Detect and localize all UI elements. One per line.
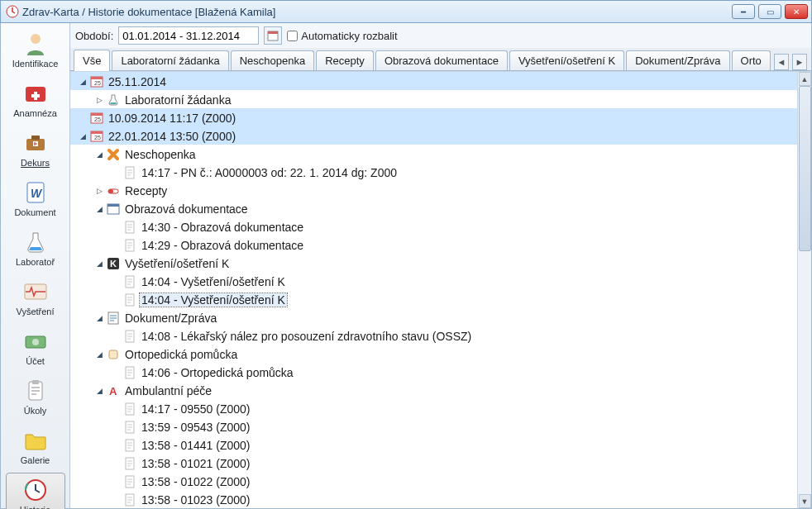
doc-icon xyxy=(123,475,136,488)
tree-row[interactable]: ◢Neschopenka xyxy=(70,145,797,163)
expander-none xyxy=(110,421,122,433)
tabs-scroll-left[interactable]: ◄ xyxy=(774,54,789,70)
expander-none xyxy=(110,276,122,288)
sidebar-item-dekurs[interactable]: Dekurs xyxy=(6,126,65,174)
doc-icon xyxy=(123,293,136,307)
tree-row[interactable]: ◢Dokument/Zpráva xyxy=(70,308,797,326)
svg-rect-20 xyxy=(91,113,103,116)
doc-icon xyxy=(123,221,136,234)
sidebar-item-laborator[interactable]: Laboratoř xyxy=(6,225,65,273)
briefcase-icon xyxy=(22,130,49,156)
tree-row[interactable]: 14:29 - Obrazová dokumentace xyxy=(70,235,797,254)
tree-row-label: 14:04 - Vyšetření/ošetření K xyxy=(140,275,287,288)
tree-row[interactable]: 13:58 - 01441 (Z000) xyxy=(70,435,797,454)
expander-none xyxy=(110,440,122,451)
tree-row[interactable]: 14:30 - Obrazová dokumentace xyxy=(70,217,797,235)
expander-open-icon[interactable]: ◢ xyxy=(93,349,105,360)
word-doc-icon: W xyxy=(22,179,49,206)
tree-row[interactable]: ◢2525.11.2014 xyxy=(70,72,797,90)
tree-row[interactable]: ◢2522.01.2014 13:50 (Z000) xyxy=(70,126,797,145)
tree-row[interactable]: ◢Obrazová dokumentace xyxy=(70,199,797,217)
tab-label: Dokument/Zpráva xyxy=(635,55,720,67)
svg-rect-27 xyxy=(108,189,113,193)
tab-obrazova[interactable]: Obrazová dokumentace xyxy=(375,50,508,70)
scroll-thumb[interactable] xyxy=(799,86,811,251)
close-button[interactable]: ✕ xyxy=(785,4,808,19)
tree-row-label: 22.01.2014 13:50 (Z000) xyxy=(107,130,237,143)
expander-open-icon[interactable]: ◢ xyxy=(93,149,105,160)
sidebar-item-ukoly[interactable]: Úkoly xyxy=(6,373,65,421)
sidebar-item-vysetreni[interactable]: Vyšetření xyxy=(6,274,65,322)
sidebar-item-label: Dekurs xyxy=(21,158,50,168)
tree-row-label: Neschopenka xyxy=(123,148,198,161)
tree-row[interactable]: ◢Ortopedická pomůcka xyxy=(70,345,797,363)
tab-vysetreni-k[interactable]: Vyšetření/ošetření K xyxy=(509,50,624,70)
calendar-button[interactable] xyxy=(264,26,282,45)
tree-row[interactable]: 14:04 - Vyšetření/ošetření K xyxy=(70,290,797,308)
tree-row-label: 14:06 - Ortopedická pomůcka xyxy=(140,366,295,379)
sidebar-item-label: Historie xyxy=(20,505,50,509)
tree-row-label: 13:58 - 01441 (Z000) xyxy=(140,439,252,452)
expander-none xyxy=(110,458,122,469)
auto-expand-checkbox[interactable]: Automaticky rozbalit xyxy=(287,30,397,42)
sidebar-item-anamneza[interactable]: Anamnéza xyxy=(6,76,65,124)
expander-open-icon[interactable]: ◢ xyxy=(93,312,105,324)
a-red-icon: A xyxy=(107,384,120,397)
tree-row[interactable]: 14:17 - PN č.: A0000003 od: 22. 1. 2014 … xyxy=(70,163,797,181)
tree-row[interactable]: 2510.09.2014 11:17 (Z000) xyxy=(70,108,797,126)
svg-rect-12 xyxy=(32,380,39,384)
tree-row[interactable]: 13:58 - 01021 (Z000) xyxy=(70,454,797,472)
sidebar-item-galerie[interactable]: Galerie xyxy=(6,423,65,471)
tree-row[interactable]: 14:06 - Ortopedická pomůcka xyxy=(70,363,797,381)
sidebar-item-ucet[interactable]: Účet xyxy=(6,324,65,372)
expander-open-icon[interactable]: ◢ xyxy=(77,131,88,142)
minimize-button[interactable]: ━ xyxy=(732,4,755,19)
tree-row-label: 14:30 - Obrazová dokumentace xyxy=(140,221,305,234)
svg-rect-4 xyxy=(31,136,40,140)
folder-icon xyxy=(22,427,49,454)
sidebar-item-historie[interactable]: Historie xyxy=(6,473,65,509)
expander-open-icon[interactable]: ◢ xyxy=(93,258,105,269)
tab-lab-zadanka[interactable]: Laboratorní žádanka xyxy=(112,50,228,70)
scroll-track[interactable] xyxy=(799,86,811,494)
expander-closed-icon[interactable]: ▷ xyxy=(93,94,105,106)
expander-open-icon[interactable]: ◢ xyxy=(93,385,105,397)
tab-vse[interactable]: Vše xyxy=(74,50,110,71)
tab-recepty[interactable]: Recepty xyxy=(316,50,374,70)
sidebar-item-label: Účet xyxy=(26,356,45,366)
tab-neschopenka[interactable]: Neschopenka xyxy=(231,50,315,70)
expander-open-icon[interactable]: ◢ xyxy=(77,76,88,88)
flask-icon xyxy=(107,93,120,107)
tab-orto[interactable]: Orto xyxy=(732,50,771,70)
doc-icon xyxy=(123,421,136,434)
sidebar-item-identifikace[interactable]: Identifikace xyxy=(6,26,65,74)
tree-row[interactable]: 13:58 - 01023 (Z000) xyxy=(70,490,797,508)
scroll-up-arrow[interactable]: ▲ xyxy=(799,72,811,86)
period-input[interactable] xyxy=(118,26,259,45)
tabs-scroll-right[interactable]: ► xyxy=(792,54,807,70)
tree-row[interactable]: 14:04 - Vyšetření/ošetření K xyxy=(70,272,797,290)
tree-row[interactable]: 13:59 - 09543 (Z000) xyxy=(70,417,797,435)
expander-open-icon[interactable]: ◢ xyxy=(93,203,105,215)
maximize-button[interactable]: ▭ xyxy=(758,4,781,19)
tree-view[interactable]: ◢2525.11.2014▷Laboratorní žádanka2510.09… xyxy=(70,72,797,508)
tree-row[interactable]: 14:08 - Lékařský nález pro posouzení zdr… xyxy=(70,326,797,345)
tab-label: Vše xyxy=(83,55,101,67)
tree-row[interactable]: 14:17 - 09550 (Z000) xyxy=(70,399,797,417)
expander-closed-icon[interactable]: ▷ xyxy=(93,185,105,197)
tree-row[interactable]: ◢KVyšetření/ošetření K xyxy=(70,254,797,272)
scroll-down-arrow[interactable]: ▼ xyxy=(799,494,811,508)
tree-row[interactable]: ▷Laboratorní žádanka xyxy=(70,90,797,108)
auto-expand-input[interactable] xyxy=(287,31,298,41)
tree-row-label: 25.11.2014 xyxy=(107,75,168,88)
vertical-scrollbar[interactable]: ▲ ▼ xyxy=(797,72,811,508)
sidebar-item-dokument[interactable]: W Dokument xyxy=(6,175,65,223)
tree-row-label: Laboratorní žádanka xyxy=(123,93,232,107)
tree-row[interactable]: ▷Recepty xyxy=(70,181,797,199)
tree-row[interactable]: 13:58 - 01022 (Z000) xyxy=(70,472,797,490)
tree-row[interactable]: ◢AAmbulantní péče xyxy=(70,381,797,399)
expander-none xyxy=(110,331,122,342)
period-label: Období: xyxy=(75,30,113,42)
tree-row-label: 13:58 - 01022 (Z000) xyxy=(140,475,252,488)
tab-dokument-zprava[interactable]: Dokument/Zpráva xyxy=(626,50,729,70)
